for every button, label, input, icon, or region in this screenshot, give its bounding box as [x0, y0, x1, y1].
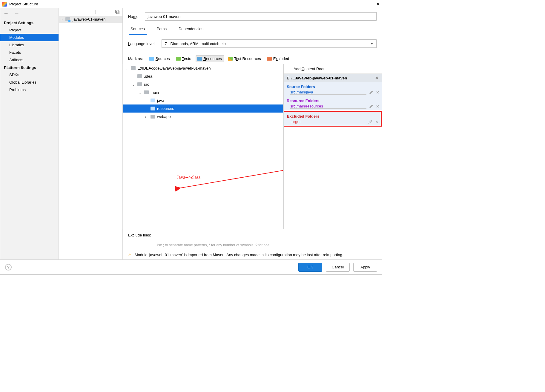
help-button[interactable]: ?	[5, 264, 12, 270]
content-root-group-source: Source Folderssrc\main\java✕	[284, 82, 382, 96]
mark-sources-button[interactable]: Sources	[148, 55, 172, 62]
sidebar-item-project[interactable]: Project	[0, 26, 59, 34]
plus-icon: ＋	[287, 66, 291, 72]
language-level-value: 7 - Diamonds, ARM, multi-catch etc.	[165, 41, 227, 46]
tree-node-webapp[interactable]: ›webapp	[123, 113, 283, 121]
sidebar-item-global-libraries[interactable]: Global Libraries	[0, 79, 59, 86]
sidebar-heading: Platform Settings	[0, 64, 59, 71]
module-tabs: Sources Paths Dependencies	[123, 24, 382, 35]
remove-content-root-icon[interactable]: ✕	[375, 76, 379, 80]
chevron-down-icon	[370, 43, 373, 44]
sidebar-item-sdks[interactable]: SDKs	[0, 71, 59, 79]
mark-testresources-button[interactable]: Test Resources	[226, 55, 263, 62]
content-root-path[interactable]: E:\...JavaWeb\javaweb-01-maven ✕	[284, 74, 382, 82]
test-resources-folder-icon	[228, 57, 233, 61]
content-root-item[interactable]: src\main\resources✕	[284, 104, 382, 110]
copy-module-icon[interactable]	[115, 10, 119, 14]
language-level-label: Language level:	[128, 41, 156, 46]
folder-icon	[137, 82, 142, 86]
maven-warning-row: ⚠ Module 'javaweb-01-maven' is imported …	[123, 251, 382, 259]
tree-node--idea[interactable]: .idea	[123, 72, 283, 80]
chevron-right-icon: ›	[61, 17, 62, 21]
body: ← → Project SettingsProjectModulesLibrar…	[0, 8, 382, 259]
sidebar-item-libraries[interactable]: Libraries	[0, 41, 59, 49]
exclude-files-label: Exclude files:	[128, 233, 151, 237]
content-row: ⌄E:\IDEAcode\JavaWeb\javaweb-01-maven.id…	[123, 64, 382, 229]
tests-folder-icon	[176, 57, 181, 61]
sidebar-item-artifacts[interactable]: Artifacts	[0, 56, 59, 64]
add-content-root-button[interactable]: ＋ Add Content Root	[284, 64, 382, 74]
language-level-row: Language level: 7 - Diamonds, ARM, multi…	[123, 35, 382, 52]
ok-button[interactable]: OK	[298, 263, 322, 272]
project-structure-window: Project Structure ✕ ← → Project Settings…	[0, 0, 382, 275]
edit-icon[interactable]	[369, 90, 373, 94]
modules-list: › javaweb-01-maven	[59, 16, 122, 259]
sidebar-item-facets[interactable]: Facets	[0, 49, 59, 56]
back-arrow-icon[interactable]: ←	[3, 11, 9, 16]
folder-icon	[131, 66, 136, 70]
module-icon	[65, 17, 70, 21]
dialog-button-bar: ? OK Cancel Apply	[0, 259, 382, 274]
tree-node-java[interactable]: java	[123, 96, 283, 104]
module-detail-panel: Name: Sources Paths Dependencies Languag…	[123, 8, 382, 259]
tab-paths[interactable]: Paths	[155, 24, 168, 35]
folder-icon	[151, 99, 155, 102]
mark-resources-button[interactable]: Resources	[196, 55, 224, 62]
edit-icon[interactable]	[369, 104, 373, 108]
exclude-files-input[interactable]	[155, 233, 274, 241]
mark-as-label: Mark as:	[128, 56, 143, 61]
content-root-group-excluded: Excluded Folderstarget✕	[283, 111, 382, 127]
remove-icon[interactable]: ✕	[375, 120, 378, 124]
source-tree[interactable]: ⌄E:\IDEAcode\JavaWeb\javaweb-01-maven.id…	[123, 64, 283, 229]
window-title: Project Structure	[9, 2, 38, 6]
tree-root-node[interactable]: ⌄E:\IDEAcode\JavaWeb\javaweb-01-maven	[123, 64, 283, 72]
folder-icon	[144, 90, 149, 94]
tab-dependencies[interactable]: Dependencies	[177, 24, 205, 35]
intellij-icon	[2, 2, 7, 7]
remove-icon[interactable]: ✕	[376, 104, 379, 109]
content-root-group-heading: Source Folders	[284, 83, 382, 90]
remove-module-icon[interactable]	[105, 10, 109, 14]
sidebar-nav: ← →	[0, 8, 59, 19]
tab-sources[interactable]: Sources	[129, 24, 147, 35]
sidebar: ← → Project SettingsProjectModulesLibrar…	[0, 8, 59, 259]
content-root-item[interactable]: target✕	[284, 119, 381, 125]
mark-as-row: Mark as: Sources Tests Resources Test Re…	[123, 52, 382, 64]
folder-icon	[151, 115, 155, 119]
content-root-item[interactable]: src\main\java✕	[284, 90, 382, 96]
edit-icon[interactable]	[369, 120, 372, 124]
name-row: Name:	[123, 8, 382, 22]
content-root-group-resource: Resource Folderssrc\main\resources✕	[284, 96, 382, 110]
svg-rect-1	[116, 11, 119, 14]
window-close-button[interactable]: ✕	[376, 1, 380, 7]
maven-warning-text: Module 'javaweb-01-maven' is imported fr…	[135, 253, 343, 257]
language-level-dropdown[interactable]: 7 - Diamonds, ARM, multi-catch etc.	[162, 39, 377, 48]
apply-button[interactable]: Apply	[353, 263, 377, 272]
forward-arrow-icon[interactable]: →	[14, 11, 19, 16]
remove-icon[interactable]: ✕	[376, 90, 379, 95]
add-module-icon[interactable]	[94, 10, 98, 14]
module-name: javaweb-01-maven	[73, 17, 105, 21]
svg-rect-0	[116, 10, 118, 13]
content-root-group-heading: Resource Folders	[284, 97, 382, 104]
sources-folder-icon	[149, 57, 154, 61]
tree-node-main[interactable]: ⌄main	[123, 88, 283, 96]
module-name-input[interactable]	[145, 12, 377, 21]
exclude-files-hint: Use ; to separate name patterns, * for a…	[123, 243, 272, 251]
tree-node-src[interactable]: ⌄src	[123, 80, 283, 88]
annotation-text: Java-->class	[177, 175, 200, 180]
content-root-panel: ＋ Add Content Root E:\...JavaWeb\javaweb…	[283, 64, 382, 229]
mark-excluded-button[interactable]: Excluded	[265, 55, 291, 62]
sidebar-item-modules[interactable]: Modules	[0, 34, 59, 41]
resources-folder-icon	[197, 57, 202, 61]
tree-node-resources[interactable]: resources	[123, 104, 283, 113]
cancel-button[interactable]: Cancel	[326, 263, 350, 272]
module-row[interactable]: › javaweb-01-maven	[59, 16, 122, 23]
folder-icon	[137, 74, 142, 78]
mark-tests-button[interactable]: Tests	[174, 55, 193, 62]
module-list-panel: › javaweb-01-maven	[59, 8, 123, 259]
exclude-files-row: Exclude files:	[123, 229, 382, 243]
sidebar-item-problems[interactable]: Problems	[0, 86, 59, 93]
warning-icon: ⚠	[128, 253, 132, 257]
titlebar: Project Structure ✕	[0, 0, 382, 8]
